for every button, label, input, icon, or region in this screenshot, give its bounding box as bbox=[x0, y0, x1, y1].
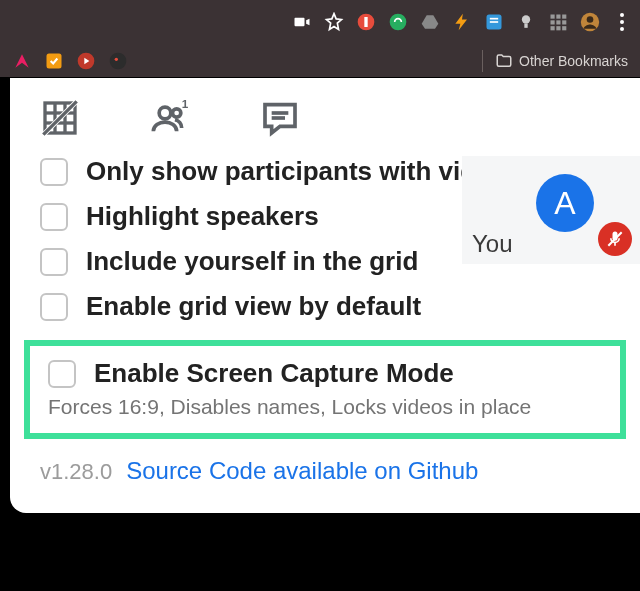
option-label: Only show participants with video bbox=[86, 156, 506, 187]
camera-icon[interactable] bbox=[292, 12, 312, 32]
bookmarks-separator bbox=[482, 50, 483, 72]
svg-point-23 bbox=[115, 57, 118, 60]
other-bookmarks-label: Other Bookmarks bbox=[519, 53, 628, 69]
extension-icon-bulb[interactable] bbox=[516, 12, 536, 32]
svg-point-3 bbox=[390, 14, 407, 31]
svg-rect-6 bbox=[490, 21, 498, 23]
bookmark-icon-dark[interactable] bbox=[108, 51, 128, 71]
svg-point-7 bbox=[522, 15, 530, 23]
svg-rect-12 bbox=[551, 20, 555, 24]
folder-icon bbox=[495, 52, 513, 70]
self-video-tile[interactable]: A You bbox=[462, 156, 640, 264]
option-screen-capture-mode[interactable]: Enable Screen Capture Mode bbox=[48, 358, 602, 389]
option-label: Include yourself in the grid bbox=[86, 246, 418, 277]
svg-rect-13 bbox=[556, 20, 560, 24]
option-label: Enable grid view by default bbox=[86, 291, 421, 322]
svg-point-22 bbox=[110, 52, 127, 69]
browser-menu-icon[interactable] bbox=[612, 12, 632, 32]
checkbox[interactable] bbox=[40, 158, 68, 186]
svg-line-30 bbox=[43, 101, 76, 134]
tab-grid-off-icon[interactable] bbox=[40, 98, 80, 138]
option-label: Highlight speakers bbox=[86, 201, 319, 232]
extensions-grid-icon[interactable] bbox=[548, 12, 568, 32]
extension-popup-panel: 1 Only show participants with video High… bbox=[10, 78, 640, 513]
mic-muted-icon[interactable] bbox=[598, 222, 632, 256]
avatar: A bbox=[536, 174, 594, 232]
tab-participants-icon[interactable]: 1 bbox=[150, 98, 190, 138]
other-bookmarks-button[interactable]: Other Bookmarks bbox=[495, 52, 628, 70]
highlighted-option-box: Enable Screen Capture Mode Forces 16:9, … bbox=[24, 340, 626, 439]
popup-tabs-row: 1 bbox=[10, 78, 640, 156]
checkbox[interactable] bbox=[40, 248, 68, 276]
avatar-letter: A bbox=[554, 185, 575, 222]
popup-footer: v1.28.0 Source Code available on Github bbox=[10, 439, 640, 485]
self-tile-label: You bbox=[472, 230, 513, 258]
option-enable-grid-default[interactable]: Enable grid view by default bbox=[40, 291, 610, 322]
profile-avatar-icon[interactable] bbox=[580, 12, 600, 32]
svg-text:1: 1 bbox=[182, 98, 189, 110]
svg-rect-5 bbox=[490, 18, 498, 20]
version-label: v1.28.0 bbox=[40, 459, 112, 485]
star-bookmark-icon[interactable] bbox=[324, 12, 344, 32]
svg-rect-14 bbox=[562, 20, 566, 24]
svg-rect-0 bbox=[295, 18, 305, 26]
bookmark-icon-pink[interactable] bbox=[12, 51, 32, 71]
page-viewport: 1 Only show participants with video High… bbox=[0, 78, 640, 591]
source-code-link[interactable]: Source Code available on Github bbox=[126, 457, 478, 485]
bookmark-icon-orange[interactable] bbox=[44, 51, 64, 71]
extension-icon-drive[interactable] bbox=[420, 12, 440, 32]
tab-chat-icon[interactable] bbox=[260, 98, 300, 138]
extension-icon-red[interactable] bbox=[356, 12, 376, 32]
bookmarks-bar: Other Bookmarks bbox=[0, 44, 640, 78]
svg-rect-16 bbox=[556, 26, 560, 30]
svg-rect-2 bbox=[364, 17, 367, 27]
svg-point-19 bbox=[587, 16, 594, 23]
checkbox[interactable] bbox=[40, 293, 68, 321]
svg-rect-9 bbox=[551, 15, 555, 19]
browser-toolbar bbox=[0, 0, 640, 44]
svg-rect-8 bbox=[524, 24, 527, 28]
extension-icon-bolt[interactable] bbox=[452, 12, 472, 32]
extension-icon-blue[interactable] bbox=[484, 12, 504, 32]
svg-rect-10 bbox=[556, 15, 560, 19]
svg-rect-15 bbox=[551, 26, 555, 30]
bookmark-icon-play[interactable] bbox=[76, 51, 96, 71]
option-hint-text: Forces 16:9, Disables names, Locks video… bbox=[48, 395, 602, 419]
checkbox[interactable] bbox=[40, 203, 68, 231]
checkbox[interactable] bbox=[48, 360, 76, 388]
svg-rect-11 bbox=[562, 15, 566, 19]
option-label: Enable Screen Capture Mode bbox=[94, 358, 454, 389]
svg-point-31 bbox=[159, 107, 171, 119]
svg-rect-17 bbox=[562, 26, 566, 30]
svg-point-32 bbox=[173, 109, 181, 117]
extension-icon-green[interactable] bbox=[388, 12, 408, 32]
